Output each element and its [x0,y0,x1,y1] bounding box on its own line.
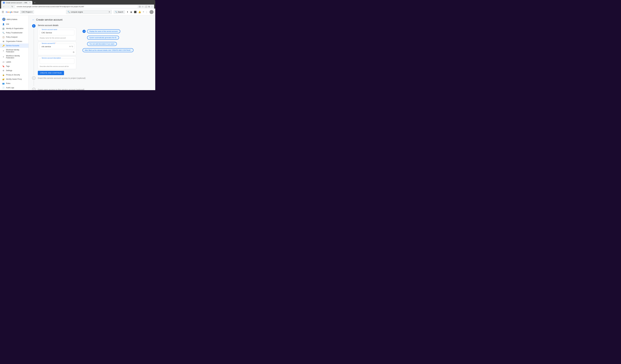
more-icon[interactable]: ⋮ [151,5,153,8]
top-actions: ⬆ ▣ ⬛ 🔔 ? ⋮ [127,10,154,14]
search-icon: 🔍 [68,11,70,13]
callout-area: 4 Display the name of this service accou… [83,28,134,75]
sidebar-item-identity-organization[interactable]: 🏢 Identity & Organization [0,26,29,31]
sidebar-item-iam-label: IAM [6,23,9,25]
roles-icon: 👥 [2,82,5,85]
sidebar-item-workforce-identity-label: Workforce Identity Federation [6,55,26,59]
name-field-label: Service account name [41,29,58,30]
avatar[interactable] [150,10,154,14]
sidebar-item-workload-identity[interactable]: ≡ Workload Identity Federation [0,48,29,54]
video-icon[interactable]: ⬛ [134,11,137,13]
upload-icon[interactable]: ⬆ [127,11,128,13]
step-1-number: 1 [32,24,35,28]
create-and-continue-button[interactable]: CREATE AND CONTINUE [38,71,64,75]
page-header: ← Create service account [32,18,152,21]
description-field-label: Service account description [41,57,62,59]
callout-description: You can add description if you want. [83,42,134,46]
tab-title: Create service account — IAM... [6,2,28,4]
tab-favicon: G [3,2,5,4]
copy-id-button[interactable]: ⧉ [40,51,74,53]
step-3-content: Grant users access to this service accou… [38,88,152,90]
sidebar-item-policy-analyzer-label: Policy Analyzer [6,36,17,38]
id-field: Service account ID ✕ ↻ [40,44,74,49]
back-nav-button[interactable]: ← [2,5,5,8]
tab-close-button[interactable]: ✕ [29,2,31,4]
callout-id: System automatically generates the ID. [83,36,134,40]
back-button[interactable]: ← [32,18,35,21]
notifications-icon[interactable]: 🔔 [138,11,141,13]
sidebar-item-privacy-security[interactable]: 🔒 Privacy & Security [0,73,29,77]
sidebar-item-identity-org-label: Identity & Organization [6,28,23,30]
id-refresh-button[interactable]: ↻ [71,45,73,48]
sidebar-item-service-accounts[interactable]: 🔑 Service Accounts [0,44,29,48]
sidebar-item-workforce-identity[interactable]: ≡ Workforce Identity Federation [0,54,29,60]
annotation-description: You can add description if you want. [87,42,117,46]
bookmark-icon[interactable]: ☆ [142,5,144,8]
sidebar-item-audit-logs-label: Audit Logs [6,87,14,89]
search-input[interactable] [71,11,107,13]
sidebar-item-org-policies[interactable]: 🏛 Organization Policies [0,39,29,44]
service-accounts-icon: 🔑 [2,45,5,47]
sidebar-item-workload-identity-label: Workload Identity Federation [6,49,26,53]
new-tab-button[interactable]: + [33,1,36,5]
workforce-identity-icon: ≡ [2,56,5,58]
address-bar[interactable] [15,5,138,8]
annotation-name: Display the name of this service account… [87,29,120,33]
sidebar-item-iam[interactable]: 👤 IAM [0,22,29,26]
policy-analyzer-icon: 📋 [2,36,5,38]
top-bar: ☰ Google Cloud C4C Project ▾ 🔍 ✕ 🔍 Searc… [0,9,155,16]
callout-name: 4 Display the name of this service accou… [83,29,134,33]
sidebar-item-privacy-security-label: Privacy & Security [6,74,20,76]
sidebar-item-policy-analyzer[interactable]: 📋 Policy Analyzer [0,35,29,39]
sidebar-item-policy-troubleshooter[interactable]: 🔍 Policy Troubleshooter [0,31,29,35]
profile-icon[interactable]: ⬜ [145,5,147,8]
org-policies-icon: 🏛 [2,40,5,43]
google-cloud-logo: Google Cloud [6,11,18,13]
sidebar-item-labels[interactable]: 🏷 Labels [0,60,29,64]
more-options-icon[interactable]: ⋮ [146,11,148,13]
step-2: 2 Grant this service account access to p… [32,76,152,86]
search-button[interactable]: 🔍 Search [114,10,125,14]
sidebar-item-settings[interactable]: ⚙ Settings [0,68,29,73]
description-field-section: Service account description Describe wha… [38,56,76,69]
sidebar-item-essential-contacts[interactable]: 📧 Essential Contacts [0,90,29,90]
cloud-shell-icon[interactable]: ▣ [130,11,132,13]
extensions-icon[interactable]: ⧉ [148,5,150,8]
form-fields: Service account name Display name for th… [38,28,76,75]
sidebar-item-settings-label: Settings [6,70,12,72]
project-selector[interactable]: C4C Project ▾ [20,10,34,14]
iam-icon: 👤 [2,23,5,25]
sidebar-item-identity-aware-proxy[interactable]: 🔐 Identity-Aware Proxy [0,77,29,81]
tags-icon: 🔖 [2,65,5,67]
sidebar-item-audit-logs[interactable]: 📄 Audit Logs [0,86,29,90]
screenshot-icon: ⊡ [139,5,141,8]
id-field-label: Service account ID [41,43,57,44]
step-1-content: Service account details Service account … [38,24,152,75]
id-clear-button[interactable]: ✕ [69,45,71,48]
sidebar-title: IAM & Admin [7,18,17,20]
id-field-actions: ✕ ↻ [69,45,73,48]
description-field: Service account description [40,58,74,64]
search-clear-icon[interactable]: ✕ [108,11,110,13]
step-1-title: Service account details [38,24,152,27]
browser-tab[interactable]: G Create service account — IAM... ✕ [1,1,32,5]
forward-nav-button[interactable]: → [7,5,10,8]
form-buttons: CREATE AND CONTINUE [38,71,76,75]
name-field: Service account name [40,30,74,35]
menu-icon[interactable]: ☰ [2,10,4,14]
name-field-section: Service account name Display name for th… [38,28,76,41]
sidebar-item-tags[interactable]: 🔖 Tags [0,64,29,68]
service-account-description-input[interactable] [40,58,74,64]
step-2-title: Grant this service account access to pro… [38,77,86,79]
step-1: 1 Service account details Service accoun… [32,24,152,75]
help-icon[interactable]: ? [143,11,144,13]
step-3-number: 3 [32,88,35,90]
description-hint: Describe what this service account will … [40,65,74,67]
labels-icon: 🏷 [2,61,5,63]
reload-button[interactable]: ↻ [11,5,14,8]
sidebar-item-roles[interactable]: 👥 Roles [0,81,29,86]
search-bar: 🔍 ✕ [66,10,112,14]
service-account-name-input[interactable] [40,30,74,35]
page-title: Create service account [36,18,62,21]
sidebar-item-labels-label: Labels [6,61,11,63]
